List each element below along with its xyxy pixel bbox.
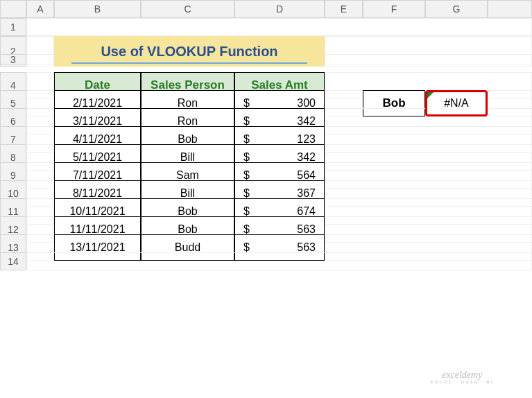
row-header-14[interactable]: 14 (0, 252, 26, 270)
col-header-E[interactable]: E (325, 0, 363, 18)
error-text: #N/A (444, 97, 469, 110)
lookup-result[interactable]: #N/A (425, 90, 488, 116)
watermark: exceldemy EXCEL · DATA · BI (430, 370, 494, 386)
error-indicator-icon (427, 92, 434, 98)
watermark-main: exceldemy (442, 370, 482, 380)
col-header-G[interactable]: G (425, 0, 488, 18)
col-header-F[interactable]: F (363, 0, 425, 18)
select-all-corner[interactable] (0, 0, 26, 18)
watermark-sub: EXCEL · DATA · BI (430, 380, 494, 386)
col-header-C[interactable]: C (141, 0, 234, 18)
col-header-D[interactable]: D (234, 0, 325, 18)
col-header-B[interactable]: B (54, 0, 141, 18)
title-underline (71, 62, 307, 64)
title-cell[interactable]: Use of VLOOKUP Function (54, 36, 325, 67)
row-header-3[interactable]: 3 (0, 54, 26, 64)
title-text: Use of VLOOKUP Function (101, 44, 277, 60)
row-header-1[interactable]: 1 (0, 18, 26, 36)
col-header-extra (488, 0, 532, 18)
spreadsheet-grid: A B C D E F G 1 2 Use of VLOOKUP Functio… (0, 0, 532, 270)
col-header-A[interactable]: A (26, 0, 54, 18)
cell[interactable] (26, 252, 532, 270)
cell[interactable] (26, 18, 532, 36)
